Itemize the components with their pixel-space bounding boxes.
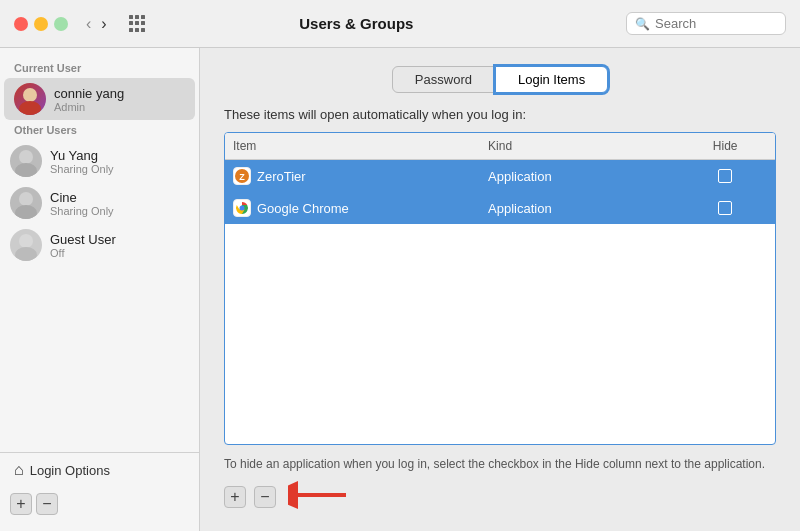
svg-point-1 <box>19 101 41 115</box>
window-title: Users & Groups <box>97 15 616 32</box>
col-kind: Kind <box>480 137 675 155</box>
login-items-table: Item Kind Hide Z ZeroTier Application <box>224 132 776 445</box>
other-users-label: Other Users <box>0 120 199 140</box>
close-button[interactable] <box>14 17 28 31</box>
connie-name: connie yang <box>54 86 124 101</box>
sidebar-item-yuyang[interactable]: Yu Yang Sharing Only <box>0 140 199 182</box>
chrome-icon <box>233 199 251 217</box>
titlebar: ‹ › Users & Groups 🔍 <box>0 0 800 48</box>
chrome-kind: Application <box>480 198 675 219</box>
yuyang-name: Yu Yang <box>50 148 114 163</box>
search-icon: 🔍 <box>635 17 650 31</box>
svg-point-0 <box>23 88 37 102</box>
svg-point-4 <box>19 192 33 206</box>
connie-info: connie yang Admin <box>54 86 124 113</box>
zerotier-icon: Z <box>233 167 251 185</box>
search-input[interactable] <box>655 16 775 31</box>
item-zerotier: Z ZeroTier <box>225 164 480 188</box>
avatar-yuyang <box>10 145 42 177</box>
main-content: Current User connie yang Admin Other Use… <box>0 48 800 531</box>
add-remove-buttons: + − <box>224 481 776 513</box>
current-user-label: Current User <box>0 58 199 78</box>
add-item-button[interactable]: + <box>224 486 246 508</box>
sidebar-bottom-buttons: + − <box>0 487 199 521</box>
col-hide: Hide <box>675 137 775 155</box>
add-user-button[interactable]: + <box>10 493 32 515</box>
svg-text:Z: Z <box>239 172 245 182</box>
cine-name: Cine <box>50 190 114 205</box>
svg-point-2 <box>19 150 33 164</box>
avatar-guest <box>10 229 42 261</box>
connie-role: Admin <box>54 101 124 113</box>
avatar-connie <box>14 83 46 115</box>
search-box[interactable]: 🔍 <box>626 12 786 35</box>
sidebar-item-guest[interactable]: Guest User Off <box>0 224 199 266</box>
yuyang-info: Yu Yang Sharing Only <box>50 148 114 175</box>
sidebar-item-connie[interactable]: connie yang Admin <box>4 78 195 120</box>
col-item: Item <box>225 137 480 155</box>
table-empty-area <box>225 224 775 444</box>
guest-info: Guest User Off <box>50 232 116 259</box>
svg-point-7 <box>15 247 37 261</box>
table-row[interactable]: Google Chrome Application <box>225 192 775 224</box>
cine-role: Sharing Only <box>50 205 114 217</box>
cine-info: Cine Sharing Only <box>50 190 114 217</box>
svg-point-3 <box>15 163 37 177</box>
remove-item-button[interactable]: − <box>254 486 276 508</box>
arrow-annotation <box>288 481 348 513</box>
minimize-button[interactable] <box>34 17 48 31</box>
maximize-button[interactable] <box>54 17 68 31</box>
avatar-cine <box>10 187 42 219</box>
sidebar: Current User connie yang Admin Other Use… <box>0 48 200 531</box>
tab-password[interactable]: Password <box>392 66 495 93</box>
svg-point-6 <box>19 234 33 248</box>
content-area: Password Login Items These items will op… <box>200 48 800 531</box>
table-row[interactable]: Z ZeroTier Application <box>225 160 775 192</box>
chrome-checkbox[interactable] <box>718 201 732 215</box>
traffic-lights <box>14 17 68 31</box>
table-header: Item Kind Hide <box>225 133 775 160</box>
login-options-label: Login Options <box>30 463 110 478</box>
yuyang-role: Sharing Only <box>50 163 114 175</box>
sidebar-item-cine[interactable]: Cine Sharing Only <box>0 182 199 224</box>
remove-user-button[interactable]: − <box>36 493 58 515</box>
svg-point-11 <box>240 206 245 211</box>
guest-name: Guest User <box>50 232 116 247</box>
zerotier-checkbox[interactable] <box>718 169 732 183</box>
house-icon: ⌂ <box>14 461 24 479</box>
zerotier-kind: Application <box>480 166 675 187</box>
item-chrome: Google Chrome <box>225 196 480 220</box>
login-options-button[interactable]: ⌂ Login Options <box>0 452 199 487</box>
chrome-hide[interactable] <box>675 198 775 218</box>
guest-role: Off <box>50 247 116 259</box>
footer-hint: To hide an application when you log in, … <box>224 455 776 473</box>
svg-point-5 <box>15 205 37 219</box>
content-description: These items will open automatically when… <box>224 107 776 122</box>
back-button[interactable]: ‹ <box>82 13 95 35</box>
tabs: Password Login Items <box>224 66 776 93</box>
tab-login-items[interactable]: Login Items <box>495 66 608 93</box>
zerotier-hide[interactable] <box>675 166 775 186</box>
